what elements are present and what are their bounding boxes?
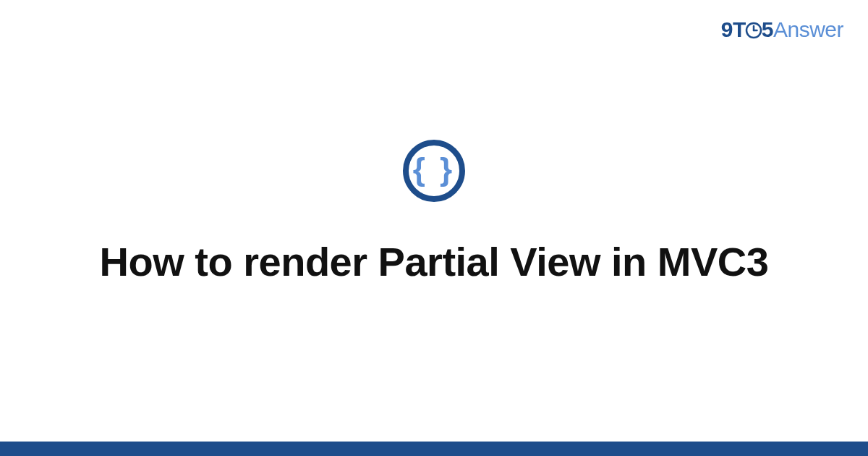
code-braces-icon: { } — [403, 140, 465, 202]
page-title: How to render Partial View in MVC3 — [100, 237, 769, 287]
footer-bar — [0, 442, 868, 456]
main-content: { } How to render Partial View in MVC3 — [0, 0, 868, 442]
braces-glyph: { } — [413, 153, 455, 185]
